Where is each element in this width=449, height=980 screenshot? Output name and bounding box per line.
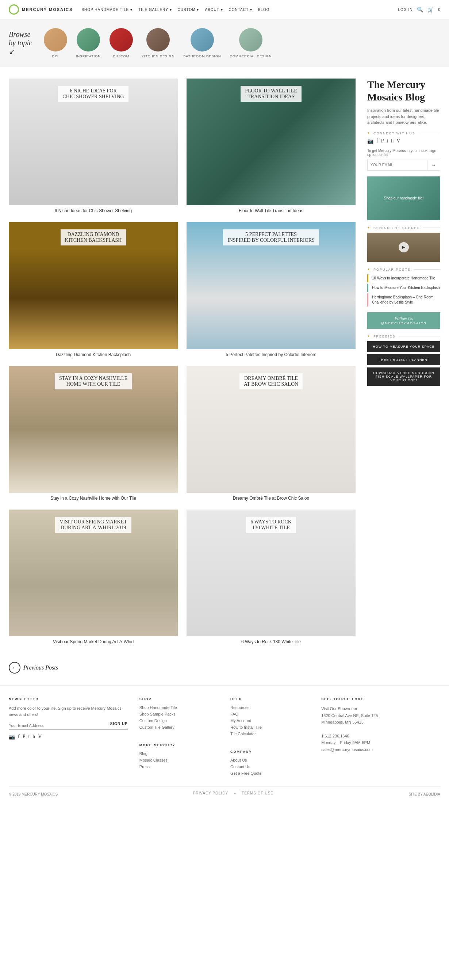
social-icons: 📷 f P t h V bbox=[367, 138, 440, 144]
post-overlay-small-diamond: DAZZLING DIAMOND bbox=[65, 232, 122, 237]
post-card-market[interactable]: VISIT OUR SPRING MARKET DURING ART-A-WHI… bbox=[9, 509, 178, 644]
previous-posts-button[interactable]: ← Previous Posts bbox=[9, 662, 58, 673]
footer-more-mercury-title: MORE MERCURY bbox=[140, 743, 219, 747]
freebies-label: FREEBIES bbox=[367, 334, 440, 338]
nav-contact[interactable]: CONTACT ▾ bbox=[229, 8, 252, 12]
footer-help-col: HELP Resources FAQ My Account How to Ins… bbox=[230, 697, 309, 778]
post-card-palettes[interactable]: 5 PERFECT PALETTES INSPIRED BY COLORFUL … bbox=[187, 222, 355, 357]
topic-custom-icon bbox=[109, 28, 133, 51]
post-card-diamond[interactable]: DAZZLING DIAMOND KITCHEN BACKSPLASH Dazz… bbox=[9, 222, 178, 357]
popular-post-2[interactable]: How to Measure Your Kitchen Backsplash bbox=[367, 284, 440, 292]
footer-shop-link-1[interactable]: Shop Sample Packs bbox=[140, 712, 219, 716]
twitter-icon[interactable]: t bbox=[387, 138, 388, 144]
footer-calculator-link[interactable]: Tile Calculator bbox=[230, 732, 309, 736]
footer-quote-link[interactable]: Get a Free Quote bbox=[230, 771, 309, 775]
footer-install-link[interactable]: How to Install Tile bbox=[230, 725, 309, 729]
post-image-palettes: 5 PERFECT PALETTES INSPIRED BY COLORFUL … bbox=[187, 222, 355, 349]
connect-divider bbox=[418, 133, 440, 133]
footer-email-input[interactable] bbox=[9, 722, 110, 729]
footer-account-link[interactable]: My Account bbox=[230, 719, 309, 723]
topic-commercial[interactable]: COMMERCIAL DESIGN bbox=[230, 28, 272, 58]
post-card-floor-wall[interactable]: FLOOR TO WALL TILE TRANSITION IDEAS Floo… bbox=[187, 78, 355, 213]
nav-about[interactable]: ABOUT ▾ bbox=[205, 8, 223, 12]
topic-commercial-icon bbox=[239, 28, 262, 51]
facebook-icon[interactable]: f bbox=[376, 138, 378, 144]
post-image-market: VISIT OUR SPRING MARKET DURING ART-A-WHI… bbox=[9, 509, 178, 636]
footer-press-link[interactable]: Press bbox=[140, 765, 219, 769]
footer-privacy-link[interactable]: PRIVACY POLICY bbox=[193, 791, 228, 797]
post-card-white-tile[interactable]: 6 WAYS TO ROCK 130 WHITE TILE 6 Ways to … bbox=[187, 509, 355, 644]
popular-post-1[interactable]: 10 Ways to Incorporate Handmade Tile bbox=[367, 274, 440, 282]
footer-shop-link-0[interactable]: Shop Handmade Tile bbox=[140, 705, 219, 710]
email-input[interactable] bbox=[368, 160, 427, 170]
footer-shop-link-2[interactable]: Custom Design bbox=[140, 719, 219, 723]
footer-instagram-icon[interactable]: 📷 bbox=[9, 734, 15, 740]
cart-icon[interactable]: 🛒 bbox=[427, 6, 434, 13]
follow-text: Follow Us bbox=[371, 316, 436, 321]
footer-contact-link[interactable]: Contact Us bbox=[230, 765, 309, 769]
footer-blog-link[interactable]: Blog bbox=[140, 751, 219, 756]
footer-twitter-icon[interactable]: t bbox=[28, 734, 30, 740]
browse-line2: by topic bbox=[9, 39, 32, 47]
email-signup-text: To get Mercury Mosaics in your inbox, si… bbox=[367, 149, 440, 157]
post-image-nashville: STAY IN A COZY NASHVILLE HOME WITH OUR T… bbox=[9, 366, 178, 493]
footer-bottom-divider: • bbox=[234, 791, 236, 797]
footer-resources-link[interactable]: Resources bbox=[230, 705, 309, 710]
email-submit-arrow[interactable]: → bbox=[427, 160, 440, 170]
footer-terms-link[interactable]: TERMS OF USE bbox=[242, 791, 273, 797]
nav-login[interactable]: LOG IN bbox=[398, 8, 413, 12]
nav-custom[interactable]: CUSTOM ▾ bbox=[178, 8, 199, 12]
footer-faq-link[interactable]: FAQ bbox=[230, 712, 309, 716]
post-title-diamond: Dazzling Diamond Kitchen Backsplash bbox=[9, 352, 178, 357]
post-card-ombre[interactable]: DREAMY OMBRÉ TILE AT BROW CHIC SALON Dre… bbox=[187, 366, 355, 501]
cart-count: 0 bbox=[438, 8, 440, 12]
vimeo-icon[interactable]: V bbox=[397, 138, 400, 144]
post-overlay-small-floor: FLOOR TO WALL TILE bbox=[245, 88, 297, 94]
footer-newsletter-col: Newsletter Add more color to your life. … bbox=[9, 697, 128, 778]
post-overlay-large-floor: TRANSITION IDEAS bbox=[245, 94, 297, 100]
behind-divider bbox=[423, 228, 440, 228]
pinterest-icon[interactable]: P bbox=[381, 138, 384, 144]
freebie-btn-3[interactable]: DOWNLOAD A FREE MOROCCAN FISH SCALE WALL… bbox=[367, 368, 440, 386]
post-overlay-large-palettes: INSPIRED BY COLORFUL INTERIORS bbox=[227, 237, 315, 243]
nav-blog[interactable]: BLOG bbox=[258, 8, 270, 12]
post-card-niche-shower[interactable]: 6 NICHE IDEAS FOR CHIC SHOWER SHELVING 6… bbox=[9, 78, 178, 213]
post-card-nashville[interactable]: STAY IN A COZY NASHVILLE HOME WITH OUR T… bbox=[9, 366, 178, 501]
footer-address-street: 1620 Central Ave NE, Suite 125 bbox=[321, 712, 440, 719]
post-overlay-small-market: VISIT OUR SPRING MARKET bbox=[60, 519, 127, 525]
footer-classes-link[interactable]: Mosaic Classes bbox=[140, 758, 219, 762]
topic-kitchen[interactable]: KITCHEN DESIGN bbox=[142, 28, 175, 58]
search-icon[interactable]: 🔍 bbox=[417, 6, 423, 13]
footer-about-link[interactable]: About Us bbox=[230, 758, 309, 762]
sidebar-description: Inspiration from our latest handmade til… bbox=[367, 107, 440, 126]
footer-email-row: SIGN UP bbox=[9, 722, 128, 729]
post-image-floor-wall: FLOOR TO WALL TILE TRANSITION IDEAS bbox=[187, 78, 355, 205]
footer-houzz-icon[interactable]: h bbox=[32, 734, 35, 740]
topic-custom[interactable]: CUSTOM bbox=[109, 28, 133, 58]
behind-scenes-video[interactable]: ▶ bbox=[367, 233, 440, 262]
footer-grid: Newsletter Add more color to your life. … bbox=[9, 697, 440, 778]
houzz-icon[interactable]: h bbox=[391, 138, 393, 144]
follow-box[interactable]: Follow Us @MERCURYMOSAICS bbox=[367, 312, 440, 329]
footer-vimeo-icon[interactable]: V bbox=[38, 734, 41, 740]
footer-facebook-icon[interactable]: f bbox=[18, 734, 20, 740]
popular-post-3[interactable]: Herringbone Backsplash – One Room Challe… bbox=[367, 293, 440, 307]
nav-shop[interactable]: SHOP HANDMADE TILE ▾ bbox=[81, 8, 133, 12]
footer-signup-button[interactable]: SIGN UP bbox=[110, 722, 128, 729]
shop-handmade-tile-image[interactable]: Shop our handmade tile! bbox=[367, 177, 440, 220]
sidebar: The Mercury Mosaics Blog Inspiration fro… bbox=[367, 78, 440, 644]
footer-address-city: Minneapolis, MN 55413 bbox=[321, 719, 440, 726]
freebie-btn-2[interactable]: FREE PROJECT PLANNER! bbox=[367, 354, 440, 365]
topic-inspiration[interactable]: INSPIRATION bbox=[76, 28, 101, 58]
topic-bathroom[interactable]: BATHROOM DESIGN bbox=[183, 28, 221, 58]
logo[interactable]: MERCURY MOSAICS bbox=[9, 5, 73, 14]
play-button[interactable]: ▶ bbox=[398, 242, 409, 252]
freebie-btn-1[interactable]: HOW TO MEASURE YOUR SPACE bbox=[367, 341, 440, 352]
footer-pinterest-icon[interactable]: P bbox=[23, 734, 25, 740]
footer-shop-link-3[interactable]: Custom Tile Gallery bbox=[140, 725, 219, 729]
topic-bathroom-label: BATHROOM DESIGN bbox=[183, 54, 221, 58]
nav-tile-gallery[interactable]: TILE GALLERY ▾ bbox=[138, 8, 171, 12]
instagram-icon[interactable]: 📷 bbox=[367, 138, 373, 144]
topic-kitchen-icon bbox=[146, 28, 170, 51]
topic-diy[interactable]: DIY bbox=[44, 28, 67, 58]
